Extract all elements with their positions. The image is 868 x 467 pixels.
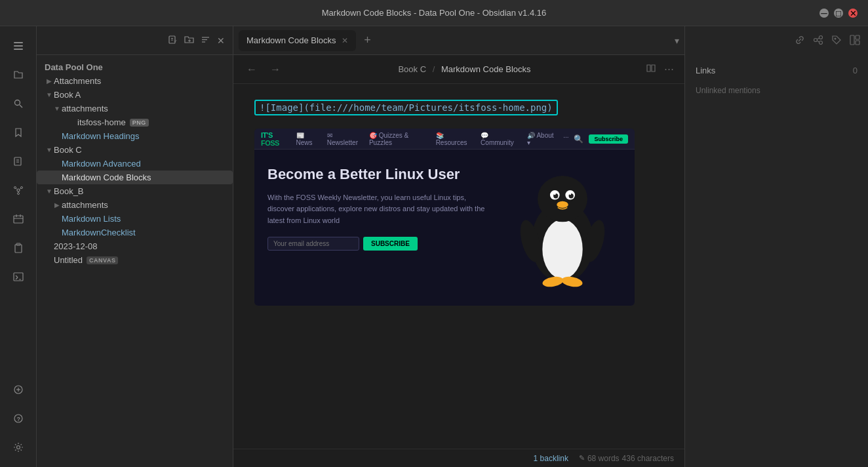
sidebar-label-attachments-b: attachments [62, 200, 108, 210]
new-folder-toolbar-button[interactable] [184, 35, 194, 47]
editor-content[interactable]: ![Image](file:///home/team/Pictures/itsf… [233, 84, 684, 449]
sidebar-label-attachments: Attachments [54, 76, 101, 86]
nav-back-button[interactable]: ← [244, 64, 260, 75]
minimize-button[interactable]: ─ [819, 9, 829, 18]
nav-link-community: 💬 Community [481, 132, 521, 146]
breadcrumb-current: Markdown Code Blocks [441, 64, 531, 74]
sidebar-bottom: ? [7, 378, 30, 459]
backlinks-count[interactable]: 1 backlink [534, 454, 568, 463]
png-badge: PNG [130, 119, 149, 127]
penguin-svg [513, 165, 612, 290]
breadcrumb-parent: Book C [398, 64, 426, 74]
sidebar-label-date: 2023-12-08 [54, 241, 98, 251]
sidebar-item-markdown-lists[interactable]: Markdown Lists [37, 212, 233, 226]
editor-area: Markdown Code Blocks ✕ + ▾ ← → Book C / … [233, 26, 684, 467]
layout-panel-button[interactable] [850, 35, 860, 47]
clipboard-button[interactable] [7, 236, 30, 260]
svg-line-56 [818, 37, 819, 39]
sidebar-label-md-headings: Markdown Headings [62, 131, 140, 141]
preview-logo: IT'S FOSS [261, 131, 291, 147]
nav-link-news: 📰 News [296, 132, 321, 146]
svg-line-4 [20, 105, 22, 108]
title-bar-text: Markdown Code Blocks - Data Pool One - O… [322, 8, 547, 18]
tag-panel-button[interactable] [831, 35, 842, 47]
file-explorer-button[interactable] [7, 63, 30, 87]
right-panel-toolbar [685, 26, 868, 55]
preview-search-icon: 🔍 [574, 134, 583, 144]
preview-nav-links: 📰 News ✉ Newsletter 🎯 Quizzes & Puzzles … [296, 132, 569, 146]
reading-mode-button[interactable] [646, 63, 656, 75]
sidebar-label-book-c: Book C [54, 145, 82, 155]
svg-point-40 [542, 220, 582, 279]
header-actions: ⋯ [646, 63, 674, 75]
link-panel-button[interactable] [795, 35, 805, 47]
new-note-toolbar-button[interactable] [168, 35, 178, 47]
sidebar-item-book-b[interactable]: ▼ Book_B [37, 184, 233, 198]
collapse-arrow-book-b: ▼ [45, 188, 54, 195]
calendar-button[interactable] [7, 207, 30, 231]
svg-point-53 [814, 38, 818, 41]
sidebar-item-attachments-a[interactable]: ▼ attachments [37, 102, 233, 115]
new-tab-button[interactable]: + [359, 31, 377, 50]
bookmarks-button[interactable] [7, 121, 30, 144]
unlinked-mentions-label: Unlinked mentions [696, 81, 858, 100]
sidebar-item-root: Data Pool One [37, 60, 233, 74]
sidebar-item-date-file[interactable]: 2023-12-08 [37, 239, 233, 253]
collapse-arrow-attachments: ▶ [45, 77, 54, 85]
subscribe-button[interactable]: SUBSCRIBE [363, 237, 418, 251]
app-body: ? ✕ Data Pool One ▶ [0, 26, 868, 467]
image-link-text: ![Image](file:///home/team/Pictures/itsf… [254, 100, 558, 115]
svg-rect-2 [14, 49, 23, 50]
sidebar-toggle-button[interactable] [7, 34, 30, 58]
terminal-button[interactable] [7, 265, 30, 289]
window-controls: ─ □ ✕ [819, 9, 858, 18]
svg-rect-21 [14, 273, 23, 281]
backlinks-panel-button[interactable] [813, 35, 823, 47]
sidebar-label-md-advanced: Markdown Advanced [62, 159, 141, 169]
nav-link-quizzes: 🎯 Quizzes & Puzzles [369, 132, 429, 146]
sidebar-item-markdown-advanced[interactable]: Markdown Advanced [37, 157, 233, 171]
new-note-button[interactable] [7, 150, 30, 173]
breadcrumb-separator: / [433, 64, 435, 74]
sidebar-item-markdown-code-blocks[interactable]: Markdown Code Blocks [37, 171, 233, 184]
links-panel-header: Links 0 [696, 66, 858, 75]
sidebar-item-markdown-headings[interactable]: Markdown Headings [37, 129, 233, 143]
svg-point-46 [554, 193, 556, 195]
publish-button[interactable] [7, 378, 30, 401]
sidebar-label-untitled: Untitled [54, 255, 83, 265]
more-options-button[interactable]: ⋯ [664, 63, 674, 75]
nav-link-about: 🔊 About ▾ [527, 132, 557, 146]
close-button[interactable]: ✕ [848, 9, 858, 18]
sidebar-item-untitled-canvas[interactable]: Untitled CANVAS [37, 253, 233, 267]
email-input[interactable] [267, 237, 359, 251]
graph-view-button[interactable] [7, 178, 30, 202]
maximize-button[interactable]: □ [834, 9, 843, 18]
sidebar-item-book-a[interactable]: ▼ Book A [37, 88, 233, 102]
help-button[interactable]: ? [7, 407, 30, 430]
file-tree: Data Pool One ▶ Attachments ▼ Book A ▼ a… [37, 55, 233, 467]
right-panel: Links 0 Unlinked mentions [684, 26, 868, 467]
sidebar-label-md-checklist: MarkdownChecklist [62, 228, 136, 237]
sidebar-item-markdown-checklist[interactable]: MarkdownChecklist [37, 226, 233, 239]
links-label: Links [696, 66, 715, 75]
tab-close-button[interactable]: ✕ [342, 36, 348, 45]
svg-point-58 [835, 37, 837, 39]
right-panel-content: Links 0 Unlinked mentions [685, 55, 868, 111]
svg-line-57 [818, 41, 819, 42]
svg-point-8 [17, 189, 20, 192]
sort-toolbar-button[interactable] [201, 35, 210, 47]
active-tab[interactable]: Markdown Code Blocks ✕ [239, 30, 356, 51]
sidebar-item-itsfoss-home[interactable]: itsfoss-home PNG [37, 115, 233, 129]
hero-text: Become a Better Linux User With the FOSS… [267, 165, 493, 251]
search-button[interactable] [7, 92, 30, 115]
tab-dropdown-button[interactable]: ▾ [675, 35, 679, 46]
nav-forward-button[interactable]: → [267, 64, 283, 75]
sidebar-item-attachments-b[interactable]: ▶ attachments [37, 198, 233, 212]
collapse-toolbar-button[interactable]: ✕ [217, 35, 225, 46]
settings-button[interactable] [7, 436, 30, 459]
svg-line-23 [16, 277, 18, 279]
icon-sidebar: ? [0, 26, 37, 467]
sidebar-item-attachments[interactable]: ▶ Attachments [37, 74, 233, 88]
sidebar-item-book-c[interactable]: ▼ Book C [37, 143, 233, 157]
svg-rect-0 [14, 42, 23, 43]
